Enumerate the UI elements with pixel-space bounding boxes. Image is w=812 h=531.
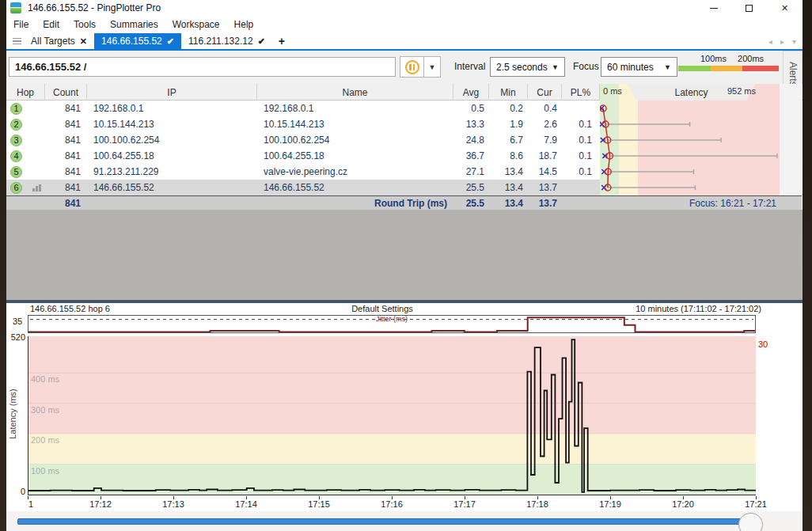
focus-select[interactable]: 60 minutes▼ (601, 57, 677, 77)
time-tick-label: 17:20 (667, 499, 699, 509)
tab-116-211-132-12[interactable]: 116.211.132.12✔ (181, 33, 272, 49)
summary-count: 841 (45, 195, 87, 211)
column-header-ip[interactable]: IP (87, 84, 257, 101)
menu-item-help[interactable]: Help (227, 17, 261, 32)
hop-number-badge: 4 (10, 150, 22, 162)
cell-name: valve-vie.peering.cz (257, 164, 453, 180)
close-tab-icon[interactable]: ✕ (80, 36, 87, 47)
latency-chart[interactable]: 400 ms300 ms200 ms100 ms (28, 336, 756, 495)
round-trip-summary-row: 841Round Trip (ms)25.513.413.7Focus: 16:… (6, 195, 802, 210)
table-row-hop-6[interactable]: 6841146.66.155.52146.66.155.5225.513.413… (6, 180, 600, 195)
tab-scroll-right-icon[interactable]: ▸ (780, 37, 784, 46)
time-tick-label: 17:18 (522, 499, 553, 509)
cell-cur: 13.7 (528, 180, 562, 195)
cell-name: 192.168.0.1 (257, 101, 453, 116)
time-tick-label: 17:13 (157, 499, 189, 509)
minimize-button[interactable] (696, 0, 731, 16)
column-header-name[interactable]: Name (257, 84, 453, 101)
summary-avg: 25.5 (453, 195, 489, 211)
latency-axis-min-label: 0 (8, 487, 25, 496)
zone-label-400: 400 ms (31, 374, 59, 384)
hop-number-badge: 5 (10, 166, 22, 178)
time-tick-label: 17:16 (376, 499, 408, 509)
menu-item-file[interactable]: File (6, 17, 36, 32)
time-tick-label: 17:21 (740, 499, 772, 509)
pause-dropdown-button[interactable]: ▼ (424, 56, 441, 78)
time-tick-label: 17:17 (449, 499, 480, 509)
column-header-pl[interactable]: PL% (562, 84, 600, 101)
table-row-hop-4[interactable]: 4841100.64.255.18100.64.255.1836.78.618.… (6, 148, 600, 164)
menu-item-summaries[interactable]: Summaries (103, 17, 165, 32)
cell-avg: 0.5 (453, 101, 489, 116)
cell-min: 1.9 (489, 116, 528, 132)
hop-number-badge: 3 (10, 135, 22, 146)
interval-select[interactable]: 2.5 seconds▼ (490, 57, 565, 77)
column-header-count[interactable]: Count (45, 84, 87, 101)
time-tick-label: 1 (28, 499, 60, 509)
jitter-title: Jitter (ms) (28, 315, 755, 323)
hamburger-icon[interactable] (6, 33, 24, 49)
tab-all-targets[interactable]: All Targets✕ (24, 33, 94, 49)
tab-list-icon[interactable]: ▾ (792, 37, 796, 46)
latency-header-min: 0 ms (603, 86, 622, 96)
check-icon[interactable]: ✔ (167, 36, 174, 47)
column-header-cur[interactable]: Cur (528, 84, 562, 101)
menu-item-tools[interactable]: Tools (66, 17, 103, 32)
table-row-hop-3[interactable]: 3841100.100.62.254100.100.62.25424.86.77… (6, 132, 600, 148)
column-header-min[interactable]: Min (489, 84, 528, 101)
tab-scroll-left-icon[interactable]: ◂ (768, 37, 772, 46)
cell-avg: 24.8 (453, 132, 489, 148)
interval-label: Interval (454, 61, 485, 72)
cell-name: 100.100.62.254 (257, 132, 453, 148)
close-button[interactable]: ✕ (767, 0, 803, 16)
target-input[interactable]: 146.66.155.52 / (9, 57, 396, 77)
check-icon[interactable]: ✔ (258, 36, 265, 47)
pause-button[interactable] (400, 56, 424, 78)
latency-axis-max-label: 520 (8, 332, 25, 342)
table-scrollbar-strip[interactable] (780, 84, 802, 210)
menu-item-workspace[interactable]: Workspace (165, 17, 227, 32)
maximize-button[interactable] (731, 0, 767, 16)
summary-min: 13.4 (489, 195, 528, 211)
summary-cur: 13.7 (528, 195, 562, 211)
table-row-hop-2[interactable]: 284110.15.144.21310.15.144.21313.31.92.6… (6, 116, 600, 132)
tab-146-66-155-52[interactable]: 146.66.155.52✔ (94, 33, 181, 49)
cell-pl: 0.1 (562, 132, 600, 148)
cell-pl: 0.1 (562, 164, 600, 180)
toolbar: 146.66.155.52 / ▼ Interval 2.5 seconds▼ … (6, 51, 803, 84)
summary-pl (562, 195, 600, 211)
panel-gap (6, 210, 803, 300)
table-row-hop-5[interactable]: 584191.213.211.229valve-vie.peering.cz27… (6, 164, 600, 180)
cell-pl: 0.1 (562, 148, 600, 164)
jitter-chart[interactable]: Jitter (ms) (28, 315, 756, 333)
cell-cur: 2.6 (528, 116, 562, 132)
latency-graph-column (600, 101, 780, 195)
column-header-hop[interactable]: Hop (6, 84, 45, 101)
timeline-handle[interactable] (738, 513, 763, 531)
column-header-latency[interactable]: Latency0 ms952 ms (600, 84, 780, 101)
app-icon (10, 2, 21, 13)
tab-label: All Targets (31, 36, 75, 47)
timeline-graph-panel: 146.66.155.52 hop 6 Default Settings 10 … (6, 303, 803, 511)
cell-count: 841 (45, 180, 87, 195)
cell-min: 13.4 (489, 164, 528, 180)
new-tab-button[interactable]: + (272, 33, 291, 49)
column-header-avg[interactable]: Avg (453, 84, 489, 101)
cell-ip: 146.66.155.52 (87, 180, 257, 195)
summary-hop (6, 195, 45, 211)
menu-item-edit[interactable]: Edit (36, 17, 66, 32)
latency-scale-bar (678, 66, 779, 71)
cell-ip: 91.213.211.229 (87, 164, 257, 180)
timeline-scrollbar[interactable] (17, 518, 758, 525)
zone-label-200: 200 ms (31, 435, 59, 445)
bar-chart-icon (32, 184, 41, 192)
cell-ip: 192.168.0.1 (87, 101, 257, 116)
focus-label: Focus (573, 61, 599, 72)
table-row-hop-1[interactable]: 1841192.168.0.1192.168.0.10.50.20.4 (6, 101, 600, 116)
cell-avg: 27.1 (453, 164, 489, 180)
time-tick-label: 17:12 (85, 499, 116, 509)
cell-name: 10.15.144.213 (257, 116, 453, 132)
zone-label-300: 300 ms (31, 405, 59, 415)
chevron-down-icon: ▼ (429, 63, 436, 71)
cell-avg: 25.5 (453, 180, 489, 195)
